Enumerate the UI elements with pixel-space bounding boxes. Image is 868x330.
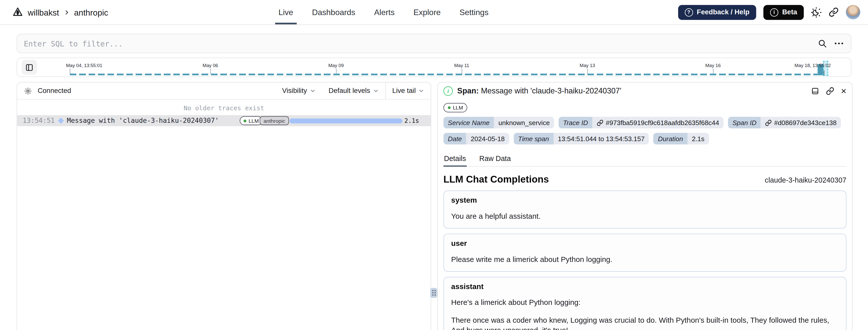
llm-badge-label: LLM	[249, 118, 259, 124]
tag-label: Duration	[653, 133, 687, 144]
llm-badge: LLM	[240, 116, 262, 125]
tag-time-span: Time span 13:54:51.044 to 13:54:53.157	[514, 133, 649, 144]
logfire-logo-icon[interactable]	[12, 6, 23, 18]
model-name: claude-3-haiku-20240307	[765, 176, 846, 184]
link-icon	[597, 119, 603, 126]
panel-resize-handle[interactable]	[430, 288, 437, 298]
timeline-tick: May 16	[705, 63, 720, 68]
nav-tab-alerts[interactable]: Alerts	[374, 0, 395, 24]
duration-text: 2.1s	[404, 117, 419, 124]
tag-date: Date 2024-05-18	[443, 133, 509, 144]
breadcrumb-project[interactable]: anthropic	[74, 7, 108, 17]
sql-filter-input[interactable]	[17, 39, 817, 48]
tag-value: 2024-05-18	[466, 133, 509, 144]
chevron-down-icon	[373, 88, 378, 93]
timeline-tickmark	[587, 68, 588, 74]
green-dot-icon	[244, 119, 246, 122]
timeline-tick: May 04, 13:55:01	[66, 63, 102, 68]
trace-message: Message with 'claude-3-haiku-20240307'	[67, 117, 219, 125]
beta-button[interactable]: i Beta	[763, 5, 804, 20]
tag-label: Trace ID	[559, 117, 592, 128]
timeline-activity-dashes	[70, 73, 818, 76]
connection-status: Connected	[38, 87, 71, 95]
message-content: Here's a limerick about Python logging:	[451, 298, 839, 308]
tab-details[interactable]: Details	[443, 152, 466, 166]
gear-icon[interactable]	[24, 87, 32, 95]
theme-toggle-icon[interactable]	[811, 7, 822, 18]
traces-panel-header: Connected Visibility Default levels	[17, 82, 431, 99]
nav-tab-dashboards[interactable]: Dashboards	[312, 0, 355, 24]
message-content: Please write me a limerick about Python …	[451, 254, 839, 265]
more-options-button[interactable]	[835, 43, 843, 44]
copy-link-icon[interactable]	[826, 87, 834, 95]
tag-value: 2.1s	[687, 133, 709, 144]
span-title-label: Span:	[457, 86, 479, 95]
feedback-help-label: Feedback / Help	[697, 8, 749, 16]
section-header: LLM Chat Completions claude-3-haiku-2024…	[443, 174, 846, 185]
trace-row[interactable]: 13:54:51 Message with 'claude-3-haiku-20…	[17, 115, 431, 126]
search-icon[interactable]	[817, 39, 827, 48]
message-role: assistant	[451, 282, 839, 291]
question-circle-icon: ?	[685, 8, 693, 16]
sql-filter-box	[17, 34, 851, 53]
tag-label: Service Name	[443, 117, 494, 128]
tab-raw-data[interactable]: Raw Data	[479, 152, 512, 166]
dock-bottom-icon[interactable]	[811, 87, 819, 95]
chevron-down-icon	[310, 88, 315, 93]
breadcrumb-org[interactable]: willbakst	[28, 7, 59, 17]
chevron-right-icon	[64, 9, 69, 15]
tag-span-id[interactable]: Span ID #d08697de343ce138	[728, 117, 841, 128]
message-card-system: system You are a helpful assistant.	[443, 190, 846, 229]
nav-tab-settings[interactable]: Settings	[460, 0, 489, 24]
timeline[interactable]: May 04, 13:55:01 May 06 May 09 May 11 Ma…	[17, 58, 851, 77]
timeline-tickmark	[211, 68, 211, 74]
timeline-tick: May 09	[328, 63, 344, 68]
timeline-tickmark	[336, 68, 337, 74]
duration-bar	[289, 118, 403, 123]
timeline-cursor	[824, 70, 824, 76]
tag-trace-id[interactable]: Trace ID #973fba5919cf9c618aafdb2635f68c…	[559, 117, 723, 128]
default-levels-dropdown[interactable]: Default levels	[322, 82, 385, 99]
message-role: user	[451, 239, 839, 248]
sidebar-toggle-button[interactable]	[22, 60, 37, 75]
nav-tab-explore[interactable]: Explore	[413, 0, 440, 24]
message-content: You are a helpful assistant.	[451, 211, 839, 221]
info-circle-icon: i	[770, 8, 778, 16]
feedback-help-button[interactable]: ? Feedback / Help	[678, 5, 756, 20]
visibility-label: Visibility	[282, 87, 307, 95]
tag-value: #973fba5919cf9c618aafdb2635f68c44	[606, 119, 719, 127]
chevron-down-icon	[418, 88, 424, 93]
timeline-tick: May 06	[203, 63, 218, 68]
span-tags-row-1: Service Name unknown_service Trace ID #9…	[443, 117, 846, 128]
scope-badge: anthropic	[260, 116, 289, 125]
no-older-traces-message: No older traces exist	[17, 100, 431, 115]
span-panel-header: i Span: Message with 'claude-3-haiku-202…	[438, 82, 852, 99]
span-tags-row-2: Date 2024-05-18 Time span 13:54:51.044 t…	[443, 133, 846, 144]
default-levels-label: Default levels	[329, 87, 370, 95]
trace-timestamp: 13:54:51	[23, 117, 55, 125]
nav-tab-live[interactable]: Live	[279, 0, 293, 24]
timeline-tickmark	[462, 68, 462, 74]
user-avatar[interactable]	[846, 5, 860, 19]
nav-tabs: Live Dashboards Alerts Explore Settings	[279, 0, 489, 24]
section-title: LLM Chat Completions	[443, 174, 549, 185]
span-title-text: Message with 'claude-3-haiku-20240307'	[481, 86, 621, 95]
span-title: Span: Message with 'claude-3-haiku-20240…	[457, 86, 621, 95]
timeline-tickmark	[713, 68, 714, 74]
timeline-tickmark	[70, 68, 70, 74]
tag-duration: Duration 2.1s	[653, 133, 709, 144]
live-tail-label: Live tail	[392, 87, 416, 95]
visibility-dropdown[interactable]: Visibility	[276, 82, 322, 99]
llm-badge-label: LLM	[453, 105, 463, 111]
breadcrumb: willbakst anthropic	[0, 6, 108, 18]
close-icon[interactable]: ×	[841, 86, 846, 95]
timeline-tick: May 18, 13:55:02	[795, 63, 831, 68]
llm-badge: LLM	[443, 103, 467, 112]
nav-right-cluster: ? Feedback / Help i Beta	[678, 0, 860, 24]
tag-value: #d08697de343ce138	[774, 119, 837, 127]
live-tail-dropdown[interactable]: Live tail	[385, 82, 431, 99]
timeline-tick: May 11	[454, 63, 469, 68]
message-role: system	[451, 196, 839, 204]
timeline-tick: May 13	[580, 63, 595, 68]
share-link-icon[interactable]	[829, 7, 839, 17]
